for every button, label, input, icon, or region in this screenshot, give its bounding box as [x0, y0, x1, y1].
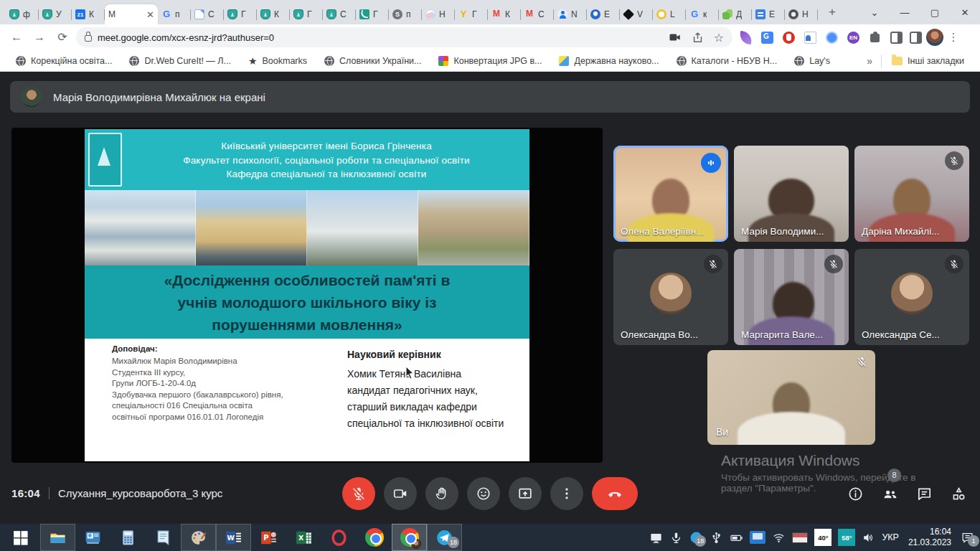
tab-19[interactable]: L [653, 4, 686, 24]
end-call-button[interactable] [592, 477, 638, 510]
redhand-extension-icon[interactable] [783, 32, 795, 44]
address-bar[interactable]: meet.google.com/xcx-esnz-jrd?authuser=0 … [76, 27, 732, 47]
tray-wifi-icon[interactable] [772, 531, 786, 545]
tray-flag-icon[interactable] [792, 532, 808, 543]
hand-button[interactable] [425, 477, 458, 510]
people-panel-button[interactable] [882, 486, 898, 505]
bookmark-item-2[interactable]: ★Bookmarks [241, 52, 314, 70]
bluedot-extension-icon[interactable] [826, 32, 838, 44]
bookmark-item-0[interactable]: Корекційна освіта... [9, 52, 119, 70]
tab-6[interactable]: Г [224, 4, 257, 24]
tab-14[interactable]: MК [488, 4, 521, 24]
tray-usb-icon[interactable] [710, 531, 723, 545]
tray-network-app-icon[interactable] [750, 531, 765, 544]
side-panel-icon[interactable] [910, 32, 922, 44]
tab-17[interactable]: Е [587, 4, 620, 24]
present-button[interactable] [509, 477, 542, 510]
tab-camera-active-icon[interactable] [669, 31, 682, 44]
tab-5[interactable]: С [191, 4, 224, 24]
taskbar-excel-icon[interactable]: X [286, 524, 321, 551]
profile-avatar[interactable] [926, 29, 943, 46]
reload-button[interactable]: ⟳ [53, 28, 72, 47]
tray-notifications-icon[interactable]: 1 [961, 531, 974, 545]
tab-1[interactable]: У [39, 4, 72, 24]
sidepanel-extension-icon[interactable] [890, 32, 903, 44]
other-bookmarks-folder[interactable]: Інші закладки [885, 52, 971, 70]
tab-13[interactable]: YГ [455, 4, 488, 24]
tray-telegram-icon[interactable]: 18 [689, 531, 703, 545]
camera-button[interactable] [384, 477, 417, 510]
participant-tile-5[interactable]: Олександра Се... [854, 249, 969, 345]
taskbar-opera-icon[interactable] [321, 524, 357, 551]
bookmark-item-4[interactable]: Конвертация JPG в... [431, 52, 549, 70]
tab-active-meet[interactable]: М✕ [105, 4, 158, 24]
tray-clock[interactable]: 16:0421.03.2023 [905, 527, 954, 548]
taskbar-paint-icon[interactable] [181, 524, 216, 551]
tab-close-icon[interactable]: ✕ [146, 10, 154, 19]
tray-temperature-white[interactable]: 40° [814, 529, 831, 546]
taskbar-start-icon[interactable] [0, 524, 40, 551]
tab-4[interactable]: Gп [158, 4, 191, 24]
bookmark-item-6[interactable]: Каталоги - НБУВ Н... [669, 52, 785, 70]
tab-15[interactable]: MС [521, 4, 554, 24]
tab-18[interactable]: V [620, 4, 653, 24]
url-text[interactable]: meet.google.com/xcx-esnz-jrd?authuser=0 [98, 32, 663, 43]
lock-icon[interactable] [85, 35, 92, 42]
smiley-button[interactable] [467, 477, 500, 510]
info-panel-button[interactable] [847, 486, 864, 505]
participant-tile-3[interactable]: Олександра Во... [613, 249, 728, 345]
forward-button[interactable]: → [30, 28, 49, 47]
bookmarks-overflow-chevron[interactable]: » [861, 55, 878, 67]
new-tab-button[interactable]: + [822, 3, 842, 23]
taskbar-controlpanel-icon[interactable] [75, 524, 110, 551]
more-button[interactable] [550, 477, 583, 510]
taskbar-telegram-icon[interactable]: 18 [427, 524, 462, 551]
bookmark-item-7[interactable]: Lay's [787, 52, 837, 70]
taskbar-explorer-icon[interactable] [40, 524, 75, 551]
tab-2[interactable]: 21К [72, 4, 105, 24]
tray-temperature-teal[interactable]: 58° [838, 529, 855, 546]
back-button[interactable]: ← [7, 28, 26, 47]
bookmark-item-5[interactable]: Державна науково... [552, 52, 666, 70]
participant-tile-0[interactable]: Олена Валеріївн... [613, 146, 728, 242]
persondoc-extension-icon[interactable] [804, 32, 816, 44]
tray-battery-icon[interactable] [730, 531, 743, 545]
tray-microphone-icon[interactable] [669, 531, 683, 545]
window-minimize-button[interactable]: — [890, 7, 920, 18]
tab-11[interactable]: Sп [389, 4, 422, 24]
tab-22[interactable]: Е [752, 4, 785, 24]
tray-show-desktop-icon[interactable] [649, 531, 663, 545]
tab-20[interactable]: Gк [686, 4, 719, 24]
self-video-tile[interactable]: Ви [707, 350, 875, 445]
participant-tile-1[interactable]: Марія Володими... [734, 146, 849, 242]
presentation-stage[interactable]: Київський університет імені Бориса Грінч… [11, 128, 603, 463]
en-extension-icon[interactable]: EN [847, 32, 859, 44]
tab-12[interactable]: Н [422, 4, 455, 24]
participant-tile-2[interactable]: Даріна Михайлі... [854, 146, 969, 242]
tab-7[interactable]: К [257, 4, 290, 24]
taskbar-calculator-icon[interactable] [110, 524, 146, 551]
tab-21[interactable]: Д [719, 4, 752, 24]
tab-0[interactable]: ф [6, 4, 39, 24]
taskbar-notepad-icon[interactable] [146, 524, 181, 551]
tab-16[interactable]: N [554, 4, 587, 24]
taskbar-chrome-profile-icon[interactable] [392, 524, 427, 551]
puzzle-extension-icon[interactable] [869, 32, 881, 44]
tray-volume-icon[interactable] [862, 531, 875, 545]
bookmark-item-3[interactable]: Словники України... [317, 52, 428, 70]
translate-extension-icon[interactable] [761, 32, 773, 44]
mic-off-button[interactable] [342, 477, 375, 510]
browser-menu-icon[interactable]: ⋮ [948, 31, 959, 44]
tray-language-indicator[interactable]: УКР [882, 532, 899, 542]
bookmark-star-icon[interactable]: ☆ [714, 31, 724, 44]
activities-panel-button[interactable] [951, 486, 967, 505]
window-maximize-button[interactable]: ▢ [920, 7, 950, 18]
window-close-button[interactable]: ✕ [950, 7, 980, 18]
tab-10[interactable]: Г [356, 4, 389, 24]
taskbar-chrome-icon[interactable] [357, 524, 392, 551]
feather-extension-icon[interactable] [739, 30, 753, 44]
taskbar-powerpoint-icon[interactable]: P [251, 524, 286, 551]
share-icon[interactable] [692, 32, 704, 44]
tab-8[interactable]: Г [290, 4, 323, 24]
bookmark-item-1[interactable]: Dr.Web CureIt! — Л... [122, 52, 238, 70]
